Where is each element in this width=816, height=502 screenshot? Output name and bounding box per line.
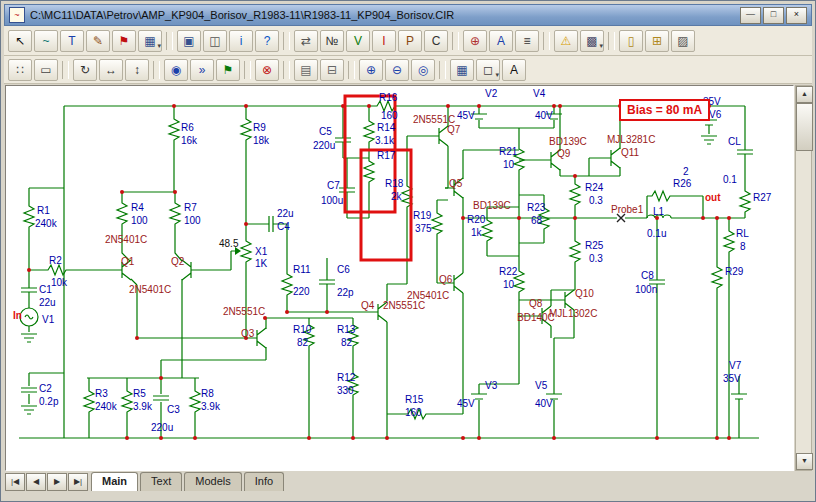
tab-scroll-first-button[interactable]: |◀ xyxy=(5,473,25,491)
component-label: R11 xyxy=(293,264,311,275)
tab-scroll-last-button[interactable]: ▶| xyxy=(68,473,88,491)
help-mode-button[interactable]: ? xyxy=(255,30,279,52)
pin-conditions-button[interactable]: C xyxy=(424,30,448,52)
text-mode-button[interactable]: T xyxy=(60,30,84,52)
attribute-text-button[interactable]: A xyxy=(489,30,513,52)
find-next-button[interactable]: » xyxy=(190,59,214,81)
component-label: 3.9k xyxy=(133,401,152,412)
goto-flag-icon: ⚑ xyxy=(223,64,234,76)
goto-flag-button[interactable]: ⚑ xyxy=(216,59,240,81)
animate-mode-button[interactable]: ▣ xyxy=(177,30,201,52)
grid-text-button[interactable]: ≡ xyxy=(515,30,539,52)
select-mode-button[interactable]: ↖ xyxy=(8,30,32,52)
component-label: R3 xyxy=(95,388,108,399)
power-display-icon: P xyxy=(406,35,414,47)
new-page-icon: ▯ xyxy=(628,35,635,47)
copy-image-button[interactable]: ▦ xyxy=(450,59,474,81)
node-voltages-icon: V xyxy=(354,35,362,47)
node-currents-button[interactable]: I xyxy=(372,30,396,52)
component-label: 2N5401C xyxy=(105,234,147,245)
zoom-out-button[interactable]: ⊖ xyxy=(385,59,409,81)
schematic-graphics xyxy=(9,88,789,468)
pin-connections-icon: ⊕ xyxy=(470,35,480,47)
pattern-toggle-button[interactable]: ∷ xyxy=(8,59,32,81)
minimize-button[interactable]: — xyxy=(740,7,761,24)
tab-models[interactable]: Models xyxy=(184,472,241,491)
toolbar-separator xyxy=(283,61,290,79)
find-button[interactable]: ◉ xyxy=(164,59,188,81)
probe-marker[interactable] xyxy=(617,214,625,222)
zoom-area-button[interactable]: ◎ xyxy=(411,59,435,81)
node-voltages-button[interactable]: V xyxy=(346,30,370,52)
component-label: 10 xyxy=(503,159,514,170)
zoom-out-icon: ⊖ xyxy=(392,64,402,76)
component-label: 22u xyxy=(39,297,56,308)
component-label: 45V xyxy=(457,110,475,121)
wire-mode-icon: ~ xyxy=(42,35,49,47)
grid-toggle-icon: ▩ xyxy=(586,35,597,47)
restore-button[interactable]: □ xyxy=(763,7,784,24)
flip-horizontal-button[interactable]: ↔ xyxy=(99,59,123,81)
zoom-in-button[interactable]: ⊕ xyxy=(359,59,383,81)
component-label: 330 xyxy=(337,385,354,396)
component-label: Q8 xyxy=(529,298,542,309)
component-label: R2 xyxy=(49,255,62,266)
title-bar[interactable]: ~ C:\MC11\DATA\Petrov\AMP_KP904_Borisov_… xyxy=(4,4,812,26)
power-display-button[interactable]: P xyxy=(398,30,422,52)
copy-image-icon: ▦ xyxy=(456,64,467,76)
graphics-mode-icon: ✎ xyxy=(93,35,103,47)
clear-search-icon: ⊗ xyxy=(262,64,272,76)
clear-search-button[interactable]: ⊗ xyxy=(255,59,279,81)
picture-mode-button[interactable]: ▦▾ xyxy=(138,30,162,52)
pin-connections-button[interactable]: ⊕ xyxy=(463,30,487,52)
wire-mode-button[interactable]: ~ xyxy=(34,30,58,52)
close-button[interactable]: × xyxy=(786,7,807,24)
graphics-mode-button[interactable]: ✎ xyxy=(86,30,110,52)
flip-vertical-button[interactable]: ↕ xyxy=(125,59,149,81)
flip-horizontal-icon: ↔ xyxy=(105,64,117,76)
toolbar-separator xyxy=(608,32,615,50)
grid-toggle-button[interactable]: ▩▾ xyxy=(580,30,604,52)
tab-scroll-prev-button[interactable]: ◀ xyxy=(26,473,46,491)
component-label: BD139C xyxy=(473,200,511,211)
select-box-button[interactable]: ▭ xyxy=(34,59,58,81)
component-label: V2 xyxy=(485,88,497,99)
stack-pages-button[interactable]: ⊟ xyxy=(320,59,344,81)
page-manager-button[interactable]: ⊞ xyxy=(645,30,669,52)
text-attr-button[interactable]: A xyxy=(502,59,526,81)
copy-page-button[interactable]: ▤ xyxy=(294,59,318,81)
info-mode-icon: i xyxy=(240,35,243,47)
tab-info[interactable]: Info xyxy=(244,472,284,491)
schematic-canvas[interactable]: R1240kR210kC122uInV1C20.2pR3240kR53.9kC3… xyxy=(5,85,794,471)
component-label: R12 xyxy=(337,372,355,383)
vertical-scrollbar[interactable]: ▲ ▼ xyxy=(795,85,812,471)
exchange-mode-button[interactable]: ⇄ xyxy=(294,30,318,52)
new-page-button[interactable]: ▯ xyxy=(619,30,643,52)
tab-text[interactable]: Text xyxy=(140,472,182,491)
properties-button[interactable]: ▨ xyxy=(671,30,695,52)
component-label: R16 xyxy=(379,92,397,103)
tab-main[interactable]: Main xyxy=(91,472,138,491)
rotate-button[interactable]: ↻ xyxy=(73,59,97,81)
flag-mode-button[interactable]: ⚑ xyxy=(112,30,136,52)
info-mode-button[interactable]: i xyxy=(229,30,253,52)
scroll-down-icon[interactable]: ▼ xyxy=(796,453,813,470)
page-tab-strip: |◀◀▶▶|MainTextModelsInfo xyxy=(5,471,794,491)
scrollbar-thumb[interactable] xyxy=(796,103,813,151)
node-numbers-button[interactable]: № xyxy=(320,30,344,52)
component-label: 100n xyxy=(635,284,657,295)
component-label: 18k xyxy=(253,135,269,146)
split-view-button[interactable]: ◫ xyxy=(203,30,227,52)
toolbar-separator xyxy=(543,32,550,50)
application-window: ~ C:\MC11\DATA\Petrov\AMP_KP904_Borisov_… xyxy=(0,0,816,502)
tab-scroll-next-button[interactable]: ▶ xyxy=(47,473,67,491)
mode-select-button[interactable]: ◻▾ xyxy=(476,59,500,81)
scroll-up-icon[interactable]: ▲ xyxy=(796,86,813,103)
component-label: 1k xyxy=(471,227,482,238)
picture-mode-icon: ▦ xyxy=(144,35,155,47)
component-label: V5 xyxy=(535,380,547,391)
drc-warning-button[interactable]: ⚠ xyxy=(554,30,578,52)
component-label: 2 xyxy=(683,166,689,177)
component-label: 22u xyxy=(277,208,294,219)
component-label: Q7 xyxy=(447,124,460,135)
